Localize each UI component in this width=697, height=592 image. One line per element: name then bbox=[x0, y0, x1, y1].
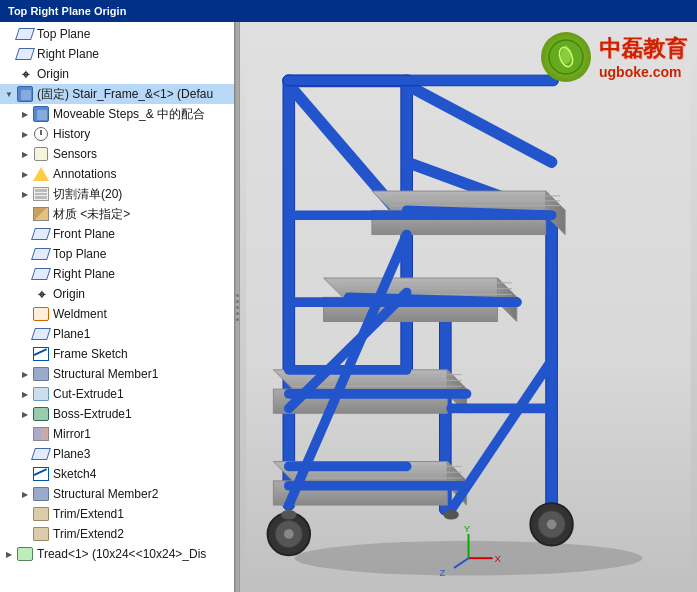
svg-point-52 bbox=[547, 520, 557, 530]
tree-arrow[interactable] bbox=[18, 527, 32, 541]
tree-item-annotations[interactable]: ▶Annotations bbox=[0, 164, 234, 184]
tree-arrow[interactable]: ▶ bbox=[18, 487, 32, 501]
tree-arrow[interactable]: ▶ bbox=[18, 127, 32, 141]
tree-item-trim-extend2[interactable]: Trim/Extend2 bbox=[0, 524, 234, 544]
tree-item-moveable-steps[interactable]: ▶Moveable Steps_& 中的配合 bbox=[0, 104, 234, 124]
tree-icon-annotations bbox=[32, 165, 50, 183]
tree-label: Sensors bbox=[53, 147, 97, 161]
tree-label: History bbox=[53, 127, 90, 141]
svg-text:Y: Y bbox=[464, 523, 471, 534]
tree-arrow[interactable]: ▶ bbox=[18, 167, 32, 181]
tree-arrow[interactable] bbox=[18, 447, 32, 461]
tree-label: Annotations bbox=[53, 167, 116, 181]
tree-icon-diag-plane bbox=[16, 45, 34, 63]
svg-point-49 bbox=[284, 529, 294, 539]
tree-icon-diag-plane bbox=[32, 265, 50, 283]
splitter-dot bbox=[236, 312, 239, 315]
watermark: 中磊教育 ugboke.com bbox=[541, 32, 687, 82]
tree-arrow[interactable] bbox=[18, 227, 32, 241]
tree-label: Trim/Extend1 bbox=[53, 507, 124, 521]
tree-item-struct-member1[interactable]: ▶Structural Member1 bbox=[0, 364, 234, 384]
splitter-dot bbox=[236, 300, 239, 303]
tree-item-weldment[interactable]: Weldment bbox=[0, 304, 234, 324]
tree-icon-history bbox=[32, 125, 50, 143]
svg-text:X: X bbox=[495, 553, 502, 564]
tree-item-right-plane-header[interactable]: Right Plane bbox=[0, 44, 234, 64]
tree-item-top-plane-header[interactable]: Top Plane bbox=[0, 24, 234, 44]
tree-arrow[interactable]: ▼ bbox=[2, 87, 16, 101]
viewport-panel[interactable]: X Y Z 中磊教育 u bbox=[240, 22, 697, 592]
3d-viewport[interactable]: X Y Z 中磊教育 u bbox=[240, 22, 697, 592]
tree-arrow[interactable]: ▶ bbox=[18, 107, 32, 121]
tree-label: Cut-Extrude1 bbox=[53, 387, 124, 401]
tree-icon-mirror bbox=[32, 425, 50, 443]
splitter-handle bbox=[236, 22, 239, 592]
tree-item-material[interactable]: 材质 <未指定> bbox=[0, 204, 234, 224]
tree-item-mirror1[interactable]: Mirror1 bbox=[0, 424, 234, 444]
tree-icon-diag-plane bbox=[32, 225, 50, 243]
tree-label: Moveable Steps_& 中的配合 bbox=[53, 106, 205, 123]
tree-item-cut-extrude1[interactable]: ▶Cut-Extrude1 bbox=[0, 384, 234, 404]
tree-arrow[interactable] bbox=[18, 347, 32, 361]
svg-line-45 bbox=[407, 210, 552, 215]
tree-icon-origin: ⌖ bbox=[32, 285, 50, 303]
tree-icon-sensors bbox=[32, 145, 50, 163]
tree-arrow[interactable]: ▶ bbox=[18, 387, 32, 401]
tree-arrow[interactable] bbox=[2, 47, 16, 61]
tree-item-origin2[interactable]: ⌖Origin bbox=[0, 284, 234, 304]
tree-item-origin[interactable]: ⌖Origin bbox=[0, 64, 234, 84]
tree-label: (固定) Stair_Frame_&<1> (Defau bbox=[37, 86, 213, 103]
tree-arrow[interactable] bbox=[18, 267, 32, 281]
tree-item-struct-member2[interactable]: ▶Structural Member2 bbox=[0, 484, 234, 504]
tree-item-fixed-assembly[interactable]: ▼(固定) Stair_Frame_&<1> (Defau bbox=[0, 84, 234, 104]
tree-item-front-plane[interactable]: Front Plane bbox=[0, 224, 234, 244]
tree-item-boss-extrude1[interactable]: ▶Boss-Extrude1 bbox=[0, 404, 234, 424]
tree-icon-diag-plane bbox=[32, 445, 50, 463]
tree-arrow[interactable] bbox=[18, 247, 32, 261]
tree-item-tread1[interactable]: ▶Tread<1> (10x24<<10x24>_Dis bbox=[0, 544, 234, 564]
tree-item-frame-sketch[interactable]: Frame Sketch bbox=[0, 344, 234, 364]
svg-line-46 bbox=[349, 297, 517, 302]
title-bar: Top Right Plane Origin bbox=[0, 0, 697, 22]
tree-item-right-plane[interactable]: Right Plane bbox=[0, 264, 234, 284]
tree-item-sketch4[interactable]: Sketch4 bbox=[0, 464, 234, 484]
tree-label: Structural Member2 bbox=[53, 487, 158, 501]
tree-arrow[interactable] bbox=[18, 327, 32, 341]
tree-arrow[interactable] bbox=[18, 507, 32, 521]
tree-icon-sketch bbox=[32, 345, 50, 363]
tree-arrow[interactable]: ▶ bbox=[18, 147, 32, 161]
tree-label: Top Plane bbox=[37, 27, 90, 41]
tree-label: Origin bbox=[37, 67, 69, 81]
tree-arrow[interactable]: ▶ bbox=[18, 367, 32, 381]
tree-arrow[interactable]: ▶ bbox=[18, 407, 32, 421]
tree-icon-diag-plane bbox=[32, 325, 50, 343]
tree-arrow[interactable] bbox=[2, 67, 16, 81]
splitter-dot bbox=[236, 294, 239, 297]
tree-icon-trim bbox=[32, 525, 50, 543]
tree-arrow[interactable] bbox=[18, 287, 32, 301]
tree-label: Frame Sketch bbox=[53, 347, 128, 361]
tree-arrow[interactable] bbox=[18, 307, 32, 321]
tree-arrow[interactable]: ▶ bbox=[2, 547, 16, 561]
tree-icon-diag-plane bbox=[32, 245, 50, 263]
tree-arrow[interactable] bbox=[18, 207, 32, 221]
tree-item-trim-extend1[interactable]: Trim/Extend1 bbox=[0, 504, 234, 524]
svg-rect-10 bbox=[283, 75, 558, 86]
tree-item-plane3[interactable]: Plane3 bbox=[0, 444, 234, 464]
tree-icon-assembly bbox=[32, 105, 50, 123]
tree-arrow[interactable] bbox=[2, 27, 16, 41]
tree-label: Sketch4 bbox=[53, 467, 96, 481]
tree-item-plane1[interactable]: Plane1 bbox=[0, 324, 234, 344]
tree-icon-tread bbox=[16, 545, 34, 563]
tree-arrow[interactable]: ▶ bbox=[18, 187, 32, 201]
tree-arrow[interactable] bbox=[18, 427, 32, 441]
tree-icon-struct bbox=[32, 365, 50, 383]
tree-item-top-plane[interactable]: Top Plane bbox=[0, 244, 234, 264]
tree-arrow[interactable] bbox=[18, 467, 32, 481]
tree-container[interactable]: Top PlaneRight Plane⌖Origin▼(固定) Stair_F… bbox=[0, 22, 234, 592]
tree-item-cutlist[interactable]: ▶切割清单(20) bbox=[0, 184, 234, 204]
tree-item-history[interactable]: ▶History bbox=[0, 124, 234, 144]
tree-label: Right Plane bbox=[53, 267, 115, 281]
tree-item-sensors[interactable]: ▶Sensors bbox=[0, 144, 234, 164]
splitter-dot bbox=[236, 318, 239, 321]
